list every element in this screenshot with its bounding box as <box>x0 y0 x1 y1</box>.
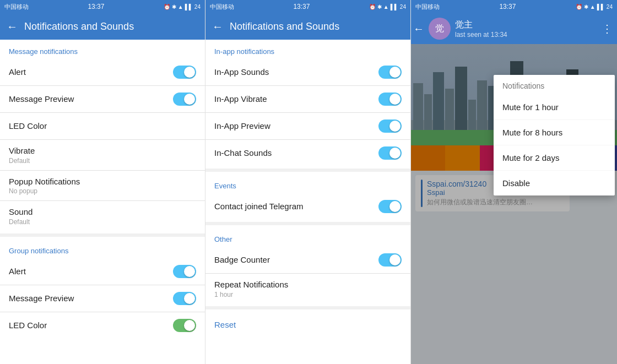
battery-icon-2: 24 <box>400 4 406 10</box>
status-bar-3: 中国移动 13:37 ⏰ ✱ ▲ ▌▌ 24 <box>411 0 617 13</box>
chat-header-info: 觉主 last seen at 13:34 <box>455 19 597 39</box>
section-divider-2 <box>205 169 410 172</box>
wifi-icon-3: ▲ <box>590 4 596 10</box>
setting-label-reset: Reset <box>214 319 236 330</box>
toggle-alert[interactable] <box>173 66 196 79</box>
chat-name: 觉主 <box>455 19 597 31</box>
setting-row-vibrate[interactable]: Vibrate Default <box>0 140 205 170</box>
setting-label-alert: Alert <box>9 67 26 78</box>
notif-item-8hours[interactable]: Mute for 8 hours <box>494 120 615 145</box>
time-1: 13:37 <box>88 3 104 10</box>
setting-row-reset[interactable]: Reset <box>205 312 410 338</box>
time-2: 13:37 <box>293 3 310 10</box>
setting-row-badge[interactable]: Badge Counter <box>205 247 410 273</box>
setting-row-led[interactable]: LED Color <box>0 113 205 139</box>
toggle-group-led[interactable] <box>173 319 196 332</box>
setting-sublabel-repeat-notif: 1 hour <box>214 291 288 298</box>
toggle-inapp-vibrate[interactable] <box>378 93 402 106</box>
setting-row-inapp-preview[interactable]: In-App Preview <box>205 113 410 139</box>
toggle-group-preview[interactable] <box>173 292 196 305</box>
setting-row-contact-joined[interactable]: Contact joined Telegram <box>205 193 410 220</box>
bluetooth-icon-2: ✱ <box>377 4 382 10</box>
setting-label-sound: Sound <box>9 207 33 218</box>
setting-row-group-preview[interactable]: Message Preview <box>0 285 205 312</box>
setting-row-repeat-notif[interactable]: Repeat Notifications 1 hour <box>205 274 410 304</box>
time-3: 13:37 <box>499 3 516 10</box>
chat-back-button[interactable]: ← <box>413 23 424 34</box>
alarm-icon-2: ⏰ <box>369 4 376 10</box>
setting-sublabel-vibrate: Default <box>9 157 35 165</box>
signal-icon: ▌▌ <box>185 4 193 10</box>
notif-menu-header: Notifications <box>494 75 615 95</box>
setting-row-msg-preview[interactable]: Message Preview <box>0 86 205 112</box>
section-divider-4 <box>205 306 410 309</box>
toggle-badge[interactable] <box>378 253 402 267</box>
section-header-group: Group notifications <box>0 239 205 258</box>
notif-item-1hour[interactable]: Mute for 1 hour <box>494 95 615 120</box>
setting-row-alert[interactable]: Alert <box>0 59 205 85</box>
carrier-2: 中国移动 <box>210 3 234 11</box>
carrier-1: 中国移动 <box>4 3 29 11</box>
toggle-contact-joined[interactable] <box>378 200 402 213</box>
section-header-other: Other <box>205 227 410 247</box>
section-header-events: Events <box>205 174 410 193</box>
setting-label-inapp-vibrate: In-App Vibrate <box>214 94 267 105</box>
setting-row-inapp-vibrate[interactable]: In-App Vibrate <box>205 86 410 112</box>
status-icons-2: ⏰ ✱ ▲ ▌▌ 24 <box>369 4 406 10</box>
status-icons-1: ⏰ ✱ ▲ ▌▌ 24 <box>164 4 201 10</box>
setting-row-popup[interactable]: Popup Notifications No popup <box>0 171 205 201</box>
more-button[interactable]: ⋮ <box>602 22 613 35</box>
toggle-msg-preview[interactable] <box>173 93 196 106</box>
status-icons-3: ⏰ ✱ ▲ ▌▌ 24 <box>576 4 613 10</box>
wifi-icon: ▲ <box>178 4 183 10</box>
setting-label-badge: Badge Counter <box>214 254 270 265</box>
alarm-icon-3: ⏰ <box>576 4 582 10</box>
setting-label-vibrate: Vibrate <box>9 145 35 156</box>
avatar: 觉 <box>429 18 451 40</box>
toggle-inapp-sounds[interactable] <box>378 66 402 79</box>
setting-label-group-alert: Alert <box>9 266 26 277</box>
panel-1: 中国移动 13:37 ⏰ ✱ ▲ ▌▌ 24 ← Notifications a… <box>0 0 205 364</box>
bluetooth-icon: ✱ <box>172 4 176 10</box>
chat-body: 13:27 ✓✓ Sspai.com/31240 Sspai 如何用微信或脸谱迅… <box>411 44 617 364</box>
back-button-2[interactable]: ← <box>212 21 223 32</box>
back-button-1[interactable]: ← <box>7 21 18 32</box>
panel2-content: In-app notifications In-App Sounds In-Ap… <box>205 40 410 364</box>
signal-icon-2: ▌▌ <box>391 4 398 10</box>
app-bar-title-2: Notifications and Sounds <box>230 21 404 32</box>
app-bar-title-1: Notifications and Sounds <box>24 21 198 32</box>
carrier-3: 中国移动 <box>415 3 440 11</box>
notif-item-2days[interactable]: Mute for 2 days <box>494 145 615 171</box>
setting-row-group-alert[interactable]: Alert <box>0 258 205 285</box>
setting-row-sound[interactable]: Sound Default <box>0 201 205 231</box>
toggle-inchat-sounds[interactable] <box>378 146 402 160</box>
chat-status: last seen at 13:34 <box>455 31 597 39</box>
setting-row-group-led[interactable]: LED Color <box>0 312 205 339</box>
setting-sublabel-sound: Default <box>9 218 33 226</box>
setting-row-inapp-sounds[interactable]: In-App Sounds <box>205 59 410 85</box>
battery-icon: 24 <box>194 4 201 10</box>
toggle-group-alert[interactable] <box>173 265 196 278</box>
setting-row-inchat-sounds[interactable]: In-Chat Sounds <box>205 140 410 166</box>
toggle-inapp-preview[interactable] <box>378 119 402 133</box>
setting-label-popup: Popup Notifications <box>9 176 80 187</box>
bluetooth-icon-3: ✱ <box>584 4 588 10</box>
setting-label-inapp-preview: In-App Preview <box>214 121 270 132</box>
alarm-icon: ⏰ <box>164 4 170 10</box>
section-header-inapp: In-app notifications <box>205 40 410 59</box>
panel-2: 中国移动 13:37 ⏰ ✱ ▲ ▌▌ 24 ← Notifications a… <box>205 0 411 364</box>
app-bar-1: ← Notifications and Sounds <box>0 13 205 40</box>
panel1-content: Message notifications Alert Message Prev… <box>0 40 205 364</box>
setting-label-group-led: LED Color <box>9 320 47 331</box>
setting-label-inchat-sounds: In-Chat Sounds <box>214 148 272 159</box>
setting-label-contact-joined: Contact joined Telegram <box>214 201 303 212</box>
setting-label-led: LED Color <box>9 121 47 132</box>
setting-sublabel-popup: No popup <box>9 187 80 195</box>
status-bar-2: 中国移动 13:37 ⏰ ✱ ▲ ▌▌ 24 <box>205 0 410 13</box>
chat-header: ← 觉 觉主 last seen at 13:34 ⋮ <box>411 13 617 44</box>
battery-icon-3: 24 <box>607 4 613 10</box>
section-divider-3 <box>205 222 410 225</box>
wifi-icon-2: ▲ <box>383 4 389 10</box>
setting-label-repeat-notif: Repeat Notifications <box>214 279 288 290</box>
notif-item-disable[interactable]: Disable <box>494 171 615 195</box>
